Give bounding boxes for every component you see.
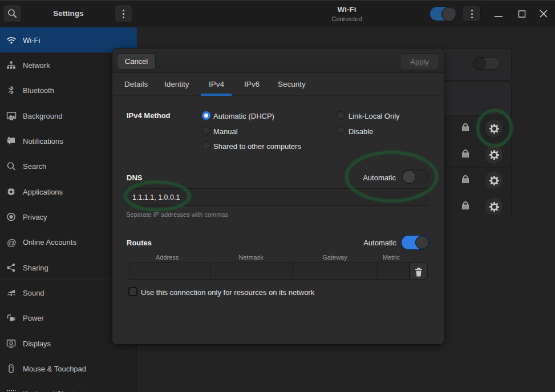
svg-text:@: @	[7, 237, 17, 248]
